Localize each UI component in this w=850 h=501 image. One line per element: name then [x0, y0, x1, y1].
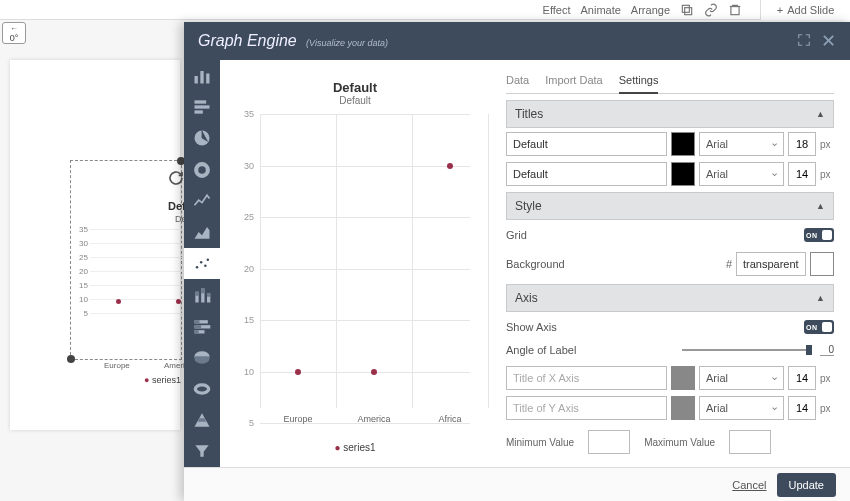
svg-rect-24 — [195, 325, 202, 328]
svg-rect-18 — [201, 288, 204, 293]
settings-tabs: Data Import Data Settings — [506, 70, 834, 94]
grid-toggle[interactable]: ON — [804, 228, 834, 242]
background-input[interactable] — [736, 252, 806, 276]
data-point — [447, 163, 453, 169]
svg-rect-5 — [206, 73, 209, 83]
subtitle-color-swatch[interactable] — [671, 162, 695, 186]
angle-slider[interactable] — [682, 349, 812, 351]
section-titles-label: Titles — [515, 107, 543, 121]
chart-type-line[interactable] — [184, 185, 220, 216]
update-button[interactable]: Update — [777, 473, 836, 497]
subtitle-font-select[interactable]: Arial — [699, 162, 784, 186]
svg-point-11 — [196, 266, 199, 269]
grid-label: Grid — [506, 229, 527, 241]
link-icon[interactable] — [704, 3, 718, 17]
chart-type-area[interactable] — [184, 217, 220, 248]
unit-label: px — [820, 403, 834, 414]
duplicate-icon[interactable] — [680, 3, 694, 17]
chart-type-sidebar — [184, 60, 220, 467]
add-slide-button[interactable]: + Add Slide — [760, 0, 850, 20]
chart-type-bar-stacked-h[interactable] — [184, 311, 220, 342]
modal-header: Graph Engine (Visualize your data) ✕ — [184, 22, 850, 60]
section-axis[interactable]: Axis ▲ — [506, 284, 834, 312]
close-icon[interactable]: ✕ — [821, 32, 836, 50]
xaxis-title-input[interactable] — [506, 366, 667, 390]
title-input[interactable] — [506, 132, 667, 156]
graph-engine-modal: Graph Engine (Visualize your data) ✕ — [184, 22, 850, 501]
svg-rect-1 — [682, 5, 689, 12]
chart-type-pyramid[interactable] — [184, 404, 220, 435]
background-swatch[interactable] — [810, 252, 834, 276]
background-label: Background — [506, 258, 565, 270]
max-value-label: Maximum Value — [644, 437, 715, 448]
cancel-button[interactable]: Cancel — [732, 479, 766, 491]
section-titles[interactable]: Titles ▲ — [506, 100, 834, 128]
xaxis-font-select[interactable]: Arial — [699, 366, 784, 390]
svg-rect-16 — [195, 292, 198, 296]
chart-type-bar-stacked-v[interactable] — [184, 279, 220, 310]
modal-footer: Cancel Update — [184, 467, 850, 501]
svg-rect-0 — [685, 7, 692, 14]
chart-type-scatter[interactable] — [184, 248, 220, 279]
svg-rect-6 — [195, 100, 207, 103]
chart-type-donut-3d[interactable] — [184, 373, 220, 404]
chart-type-pie[interactable] — [184, 123, 220, 154]
unit-label: px — [820, 169, 834, 180]
unit-label: px — [820, 373, 834, 384]
add-slide-label: Add Slide — [787, 4, 834, 16]
fullscreen-icon[interactable] — [797, 32, 811, 50]
min-value-label: Minimum Value — [506, 437, 574, 448]
section-style[interactable]: Style ▲ — [506, 192, 834, 220]
chart-type-funnel[interactable] — [184, 436, 220, 467]
yaxis-size-input[interactable] — [788, 396, 816, 420]
tab-data[interactable]: Data — [506, 70, 529, 93]
angle-value: 0 — [820, 344, 834, 356]
settings-panel: Data Import Data Settings Titles ▲ Arial… — [490, 60, 850, 467]
tab-settings[interactable]: Settings — [619, 70, 659, 94]
svg-point-13 — [204, 264, 207, 267]
preview-subtitle: Default — [228, 95, 482, 106]
data-point — [295, 369, 301, 375]
preview-legend: series1 — [228, 436, 482, 459]
toolbar-effect[interactable]: Effect — [543, 4, 571, 16]
max-value-input[interactable] — [729, 430, 771, 454]
yaxis-title-input[interactable] — [506, 396, 667, 420]
chart-type-donut[interactable] — [184, 154, 220, 185]
svg-rect-20 — [207, 293, 210, 296]
svg-point-28 — [195, 385, 208, 393]
chevron-up-icon: ▲ — [816, 293, 825, 303]
angle-label: Angle of Label — [506, 344, 576, 356]
svg-rect-2 — [731, 6, 739, 14]
subtitle-size-input[interactable] — [788, 162, 816, 186]
reload-icon[interactable] — [168, 170, 184, 186]
show-axis-toggle[interactable]: ON — [804, 320, 834, 334]
toolbar-animate[interactable]: Animate — [581, 4, 621, 16]
yaxis-color-swatch[interactable] — [671, 396, 695, 420]
chart-type-pie-3d[interactable] — [184, 342, 220, 373]
toolbar-arrange[interactable]: Arrange — [631, 4, 670, 16]
svg-rect-7 — [195, 105, 210, 108]
modal-title: Graph Engine — [198, 32, 297, 49]
subtitle-input[interactable] — [506, 162, 667, 186]
title-font-select[interactable]: Arial — [699, 132, 784, 156]
chart-preview: Default Default 35 30 25 20 15 10 5 Euro… — [220, 60, 490, 467]
unit-label: px — [820, 139, 834, 150]
chevron-up-icon: ▲ — [816, 201, 825, 211]
hash-label: # — [726, 258, 732, 270]
x-tick: America — [357, 414, 390, 424]
title-color-swatch[interactable] — [671, 132, 695, 156]
yaxis-font-select[interactable]: Arial — [699, 396, 784, 420]
section-style-label: Style — [515, 199, 542, 213]
chart-type-bar-horizontal[interactable] — [184, 91, 220, 122]
trash-icon[interactable] — [728, 3, 742, 17]
title-size-input[interactable] — [788, 132, 816, 156]
chart-type-bar-vertical[interactable] — [184, 60, 220, 91]
bg-mini-chart: 35 30 25 20 15 10 5 Europe America serie… — [74, 225, 189, 385]
svg-point-10 — [196, 164, 208, 176]
xaxis-color-swatch[interactable] — [671, 366, 695, 390]
xaxis-size-input[interactable] — [788, 366, 816, 390]
tab-import[interactable]: Import Data — [545, 70, 602, 93]
svg-rect-22 — [195, 320, 200, 323]
svg-rect-3 — [195, 76, 198, 84]
min-value-input[interactable] — [588, 430, 630, 454]
